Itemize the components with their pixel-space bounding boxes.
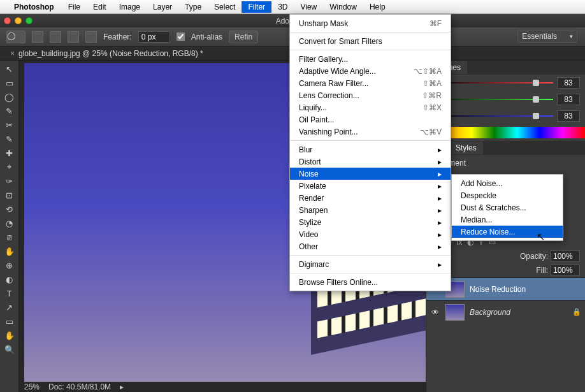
menu-filter[interactable]: Filter [242,1,271,13]
noise-menu-item[interactable]: Add Noise... [452,177,563,189]
selection-subtract-icon[interactable] [68,31,79,43]
tool-18[interactable]: ▭ [2,314,17,328]
close-window-button[interactable] [4,17,11,24]
tool-19[interactable]: ✋ [2,328,17,342]
noise-submenu[interactable]: Add Noise...DespeckleDust & Scratches...… [451,174,563,241]
filter-menu-item[interactable]: Pixelate▸ [290,180,451,192]
tool-13[interactable]: ✋ [2,244,17,258]
menu-shortcut: ⌥⌘V [401,127,442,136]
layer-thumbnail[interactable] [445,304,465,321]
menu-item-label: Digimarc [299,260,329,269]
submenu-arrow-icon: ▸ [419,230,442,239]
tool-7[interactable]: ⌖ [2,160,17,174]
filter-menu-item[interactable]: Render▸ [290,192,451,204]
status-arrow-icon[interactable]: ▸ [120,382,124,391]
tool-8[interactable]: ✑ [2,174,17,188]
feather-label: Feather: [103,33,132,41]
noise-menu-item[interactable]: Dust & Scratches... [452,201,563,214]
styles-tab[interactable]: Styles [449,142,483,154]
minimize-window-button[interactable] [15,17,22,24]
fill-label: Fill: [536,266,548,275]
filter-menu-item[interactable]: Browse Filters Online... [290,276,451,288]
menu-edit[interactable]: Edit [87,1,113,13]
visibility-icon[interactable]: 👁 [430,308,440,317]
refine-edge-button[interactable]: Refin [229,31,258,43]
tool-20[interactable]: 🔍 [2,342,17,356]
filter-menu-item[interactable]: Adaptive Wide Angle...⌥⇧⌘A [290,65,451,77]
selection-intersect-icon[interactable] [85,31,97,43]
tool-0[interactable]: ↖ [2,62,17,76]
submenu-arrow-icon: ▸ [419,145,442,154]
menu-file[interactable]: File [62,1,87,13]
workspace-switcher[interactable]: Essentials ▾ [517,30,577,43]
noise-menu-item[interactable]: Reduce Noise... [452,226,563,238]
noise-menu-item[interactable]: Despeckle [452,189,563,201]
filter-menu-item[interactable]: Camera Raw Filter...⇧⌘A [290,77,451,89]
macos-menubar[interactable]: Photoshop File Edit Image Layer Type Sel… [0,0,585,14]
layer-row[interactable]: 👁 Background 🔒 [426,300,585,323]
filter-menu-item[interactable]: Oil Paint... [290,113,451,126]
tool-9[interactable]: ⊡ [2,188,17,202]
menu-help[interactable]: Help [363,1,392,13]
tool-15[interactable]: ◐ [2,272,17,286]
filter-menu-item[interactable]: Distort▸ [290,156,451,168]
tool-12[interactable]: ⎚ [2,230,17,244]
menu-shortcut: ⇧⌘R [403,91,442,100]
menu-window[interactable]: Window [323,1,363,13]
tool-6[interactable]: ✚ [2,146,17,160]
opacity-input[interactable] [551,250,580,262]
tool-17[interactable]: ↗ [2,300,17,314]
menu-type[interactable]: Type [178,1,208,13]
red-value[interactable] [557,77,580,89]
blue-value[interactable] [557,110,580,122]
close-tab-icon[interactable]: × [10,49,15,58]
traffic-lights[interactable] [4,17,32,24]
filter-menu-item[interactable]: Other▸ [290,240,451,252]
docsize-label: Doc: 40.5M/81.0M [48,382,111,391]
tool-3[interactable]: ✎ [2,104,17,118]
filter-menu-item[interactable]: Stylize▸ [290,216,451,228]
tool-14[interactable]: ⊕ [2,258,17,272]
tool-4[interactable]: ✂ [2,118,17,132]
filter-menu-item[interactable]: Filter Gallery... [290,53,451,65]
filter-menu-item[interactable]: Video▸ [290,228,451,240]
noise-menu-item[interactable]: Median... [452,214,563,226]
tool-1[interactable]: ▭ [2,76,17,90]
menu-layer[interactable]: Layer [147,1,178,13]
menu-view[interactable]: View [294,1,323,13]
zoom-level[interactable]: 25% [24,382,40,391]
filter-menu-item[interactable]: Lens Correction...⇧⌘R [290,89,451,101]
selection-add-icon[interactable] [50,31,61,43]
menu-3d[interactable]: 3D [271,1,294,13]
tool-10[interactable]: ⟲ [2,202,17,216]
tool-16[interactable]: T [2,286,17,300]
green-value[interactable] [557,94,580,105]
filter-menu-item[interactable]: Blur▸ [290,143,451,156]
filter-menu[interactable]: Unsharp Mask⌘FConvert for Smart FiltersF… [289,14,451,291]
filter-menu-item[interactable]: Sharpen▸ [290,204,451,216]
chevron-down-icon: ▾ [570,33,573,40]
zoom-window-button[interactable] [25,17,32,24]
filter-menu-item[interactable]: Noise▸ [290,168,451,180]
menu-select[interactable]: Select [208,1,242,13]
filter-menu-item[interactable]: Digimarc▸ [290,258,451,270]
selection-new-icon[interactable] [32,31,43,43]
tools-panel[interactable]: ↖▭◯✎✂✎✚⌖✑⊡⟲◔⎚✋⊕◐T↗▭✋🔍 [0,61,19,392]
tool-11[interactable]: ◔ [2,216,17,230]
feather-input[interactable] [138,31,170,43]
tool-5[interactable]: ✎ [2,132,17,146]
filter-menu-item[interactable]: Liquify...⇧⌘X [290,101,451,113]
fill-input[interactable] [551,265,580,276]
antialias-checkbox[interactable] [177,33,185,41]
filter-menu-item[interactable]: Unsharp Mask⌘F [290,17,451,29]
filter-menu-item[interactable]: Vanishing Point...⌥⌘V [290,126,451,138]
menu-shortcut: ⇧⌘A [403,79,442,88]
tool-preset-picker[interactable]: ◯ [6,31,25,43]
menu-image[interactable]: Image [113,1,147,13]
lock-icon: 🔒 [572,308,581,316]
app-name[interactable]: Photoshop [14,3,54,11]
filter-menu-item[interactable]: Convert for Smart Filters [290,35,451,47]
layer-name[interactable]: Background [470,308,510,317]
tool-2[interactable]: ◯ [2,90,17,104]
layer-name[interactable]: Noise Reduction [470,285,526,294]
